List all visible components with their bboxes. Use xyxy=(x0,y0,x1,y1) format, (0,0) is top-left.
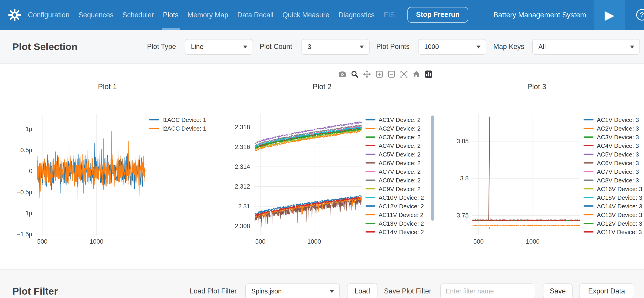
legend-item[interactable]: AC3V Device: 3 xyxy=(584,132,642,141)
main-nav: ConfigurationSequencesSchedulerPlotsMemo… xyxy=(28,0,395,30)
svg-text:1000: 1000 xyxy=(307,238,321,245)
plotly-modebar xyxy=(338,70,432,78)
legend-item[interactable]: AC6V Device: 3 xyxy=(584,158,642,167)
legend-item[interactable]: AC13V Device: 2 xyxy=(366,219,424,228)
legend-item[interactable]: AC16V Device: 3 xyxy=(584,184,642,193)
svg-text:2.318: 2.318 xyxy=(235,124,250,130)
legend-item[interactable]: AC7V Device: 2 xyxy=(366,167,424,176)
load-filter-dropdown[interactable]: Spins.json xyxy=(245,284,340,298)
plotly-logo-icon[interactable] xyxy=(425,70,432,78)
plot-type-dropdown[interactable]: Line xyxy=(185,39,253,55)
legend-swatch xyxy=(149,119,159,120)
legend-item[interactable]: AC7V Device: 3 xyxy=(584,167,642,176)
plot-area-1[interactable]: 50010001µ0.5µ0−0.5µ−1µ−1.5µ xyxy=(0,64,215,253)
legend-swatch xyxy=(366,136,375,138)
plot-selection-title: Plot Selection xyxy=(12,30,78,64)
plot-count-dropdown[interactable]: 3 xyxy=(302,39,370,55)
save-button[interactable]: Save xyxy=(543,284,572,298)
export-data-button[interactable]: Export Data xyxy=(579,284,634,298)
legend-item[interactable]: AC8V Device: 3 xyxy=(584,176,642,184)
autoscale-icon[interactable] xyxy=(400,70,408,78)
legend-label: AC7V Device: 3 xyxy=(597,168,639,175)
legend-item[interactable]: AC2V Device: 3 xyxy=(584,124,642,132)
legend-item[interactable]: AC4V Device: 3 xyxy=(584,141,642,150)
camera-icon[interactable] xyxy=(338,70,346,78)
reset-home-icon[interactable] xyxy=(412,70,420,78)
legend-label: AC3V Device: 3 xyxy=(597,134,639,140)
legend-swatch xyxy=(366,180,375,180)
legend-item[interactable]: AC3V Device: 2 xyxy=(366,132,424,141)
nav-item-configuration[interactable]: Configuration xyxy=(28,0,70,30)
legend-label: AC5V Device: 3 xyxy=(597,151,639,158)
legend-label: AC7V Device: 2 xyxy=(378,168,421,175)
nav-item-scheduler[interactable]: Scheduler xyxy=(122,0,154,30)
legend-item[interactable]: I1ACC Device: 1 xyxy=(149,116,206,124)
legend-item[interactable]: AC9V Device: 2 xyxy=(366,184,424,193)
legend-label: AC2V Device: 3 xyxy=(597,125,639,132)
legend-swatch xyxy=(584,197,594,198)
plot-filter-bar: Plot Filter Load Plot Filter Spins.json … xyxy=(0,269,644,298)
chevron-down-icon xyxy=(330,290,334,293)
nav-item-plots[interactable]: Plots xyxy=(163,0,178,30)
zoom-icon[interactable] xyxy=(351,70,358,78)
pan-icon[interactable] xyxy=(363,70,371,78)
nav-item-eis[interactable]: EIS xyxy=(384,0,395,30)
legend-label: AC15V Device: 3 xyxy=(597,194,642,201)
legend-3: AC1V Device: 3AC2V Device: 3AC3V Device:… xyxy=(584,116,642,236)
svg-text:500: 500 xyxy=(474,238,484,245)
chart-block-2: Plot 2 50010002.3182.3162.3142.3122.312.… xyxy=(215,64,430,269)
svg-text:0: 0 xyxy=(29,168,32,174)
svg-text:500: 500 xyxy=(37,238,48,245)
legend-item[interactable]: AC4V Device: 2 xyxy=(366,141,424,150)
legend-swatch xyxy=(584,223,594,224)
nav-item-diagnostics[interactable]: Diagnostics xyxy=(338,0,374,30)
svg-text:2.314: 2.314 xyxy=(235,163,250,170)
legend-item[interactable]: AC13V Device: 3 xyxy=(584,210,642,219)
legend-label: AC12V Device: 2 xyxy=(378,203,424,209)
nav-item-quick-measure[interactable]: Quick Measure xyxy=(282,0,329,30)
nav-item-memory-map[interactable]: Memory Map xyxy=(188,0,228,30)
help-icon[interactable]: ? xyxy=(636,9,644,21)
legend-item[interactable]: AC11V Device: 3 xyxy=(584,228,642,236)
zoom-in-icon[interactable] xyxy=(376,70,383,78)
legend-item[interactable]: AC2V Device: 2 xyxy=(366,124,424,132)
legend-item[interactable]: I2ACC Device: 1 xyxy=(149,124,206,132)
legend-item[interactable]: AC1V Device: 2 xyxy=(366,116,424,124)
svg-text:1µ: 1µ xyxy=(26,125,32,132)
legend-item[interactable]: AC11V Device: 2 xyxy=(366,210,424,219)
legend-item[interactable]: AC12V Device: 3 xyxy=(584,219,642,228)
legend-swatch xyxy=(366,214,375,215)
play-icon: ▶ xyxy=(605,9,614,22)
nav-item-sequences[interactable]: Sequences xyxy=(78,0,114,30)
legend-label: AC11V Device: 2 xyxy=(378,211,424,218)
legend-item[interactable]: AC15V Device: 3 xyxy=(584,193,642,202)
legend-label: AC11V Device: 3 xyxy=(597,228,642,235)
legend-item[interactable]: AC12V Device: 2 xyxy=(366,202,424,210)
legend-swatch xyxy=(584,188,594,189)
map-keys-dropdown[interactable]: All xyxy=(532,39,640,55)
load-button[interactable]: Load xyxy=(347,284,378,298)
stop-freerun-button[interactable]: Stop Freerun xyxy=(408,7,468,23)
legend-swatch xyxy=(584,231,594,232)
legend-item[interactable]: AC14V Device: 3 xyxy=(584,202,642,210)
legend-item[interactable]: AC8V Device: 2 xyxy=(366,176,424,184)
legend-item[interactable]: AC5V Device: 2 xyxy=(366,150,424,158)
legend-label: AC10V Device: 2 xyxy=(378,194,424,201)
legend-item[interactable]: AC6V Device: 2 xyxy=(366,158,424,167)
nav-item-data-recall[interactable]: Data Recall xyxy=(237,0,273,30)
svg-text:3.75: 3.75 xyxy=(457,212,469,219)
legend-item[interactable]: AC1V Device: 3 xyxy=(584,116,642,124)
filter-name-input[interactable] xyxy=(440,284,535,298)
plot-count-value: 3 xyxy=(308,43,311,51)
plot-points-dropdown[interactable]: 1000 xyxy=(418,39,486,55)
legend-swatch xyxy=(366,223,375,224)
legend-item[interactable]: AC14V Device: 2 xyxy=(366,228,424,236)
legend-label: AC14V Device: 2 xyxy=(378,228,424,235)
play-freerun-button[interactable]: ▶ xyxy=(594,0,625,30)
legend-item[interactable]: AC10V Device: 2 xyxy=(366,193,424,202)
svg-text:2.31: 2.31 xyxy=(238,203,250,210)
legend-item[interactable]: AC5V Device: 3 xyxy=(584,150,642,158)
settings-gear-icon[interactable] xyxy=(8,9,21,22)
svg-text:−0.5µ: −0.5µ xyxy=(17,188,32,196)
zoom-out-icon[interactable] xyxy=(388,70,396,78)
